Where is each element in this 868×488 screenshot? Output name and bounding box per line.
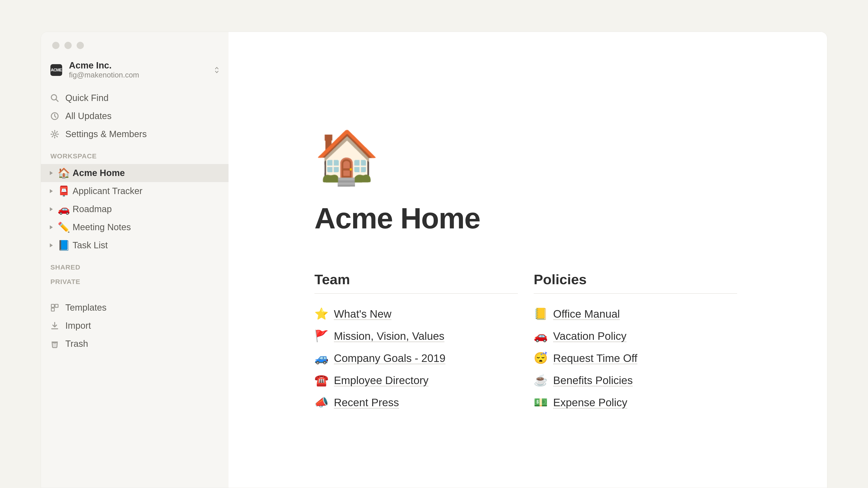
svg-line-1 bbox=[56, 99, 58, 101]
page-columns: Team⭐What's New🚩Mission, Vision, Values🚙… bbox=[314, 271, 827, 414]
gear-icon bbox=[50, 129, 59, 139]
column-heading: Policies bbox=[534, 271, 737, 294]
main-content: 🏠 Acme Home Team⭐What's New🚩Mission, Vis… bbox=[228, 32, 827, 488]
page-link[interactable]: ⭐What's New bbox=[314, 303, 518, 325]
workspace-name: Acme Inc. bbox=[69, 60, 214, 70]
import-button[interactable]: Import bbox=[41, 317, 228, 335]
page-link[interactable]: 🚙Company Goals - 2019 bbox=[314, 347, 518, 369]
disclosure-triangle-icon[interactable] bbox=[48, 189, 55, 194]
shared-section-header: SHARED bbox=[41, 254, 228, 275]
settings-label: Settings & Members bbox=[65, 129, 147, 139]
sidebar-page-item[interactable]: 📘Task List bbox=[41, 236, 228, 254]
page-content: 🏠 Acme Home Team⭐What's New🚩Mission, Vis… bbox=[228, 32, 827, 414]
link-emoji-icon: 🚗 bbox=[534, 329, 548, 343]
page-link[interactable]: 🚩Mission, Vision, Values bbox=[314, 325, 518, 347]
page-label: Task List bbox=[72, 240, 224, 250]
page-link[interactable]: 💵Expense Policy bbox=[534, 391, 737, 414]
link-emoji-icon: 📒 bbox=[534, 307, 548, 320]
templates-icon bbox=[50, 303, 59, 313]
page-emoji-icon: 📮 bbox=[58, 185, 70, 197]
link-emoji-icon: ☕ bbox=[534, 374, 548, 387]
link-label: Mission, Vision, Values bbox=[334, 330, 444, 342]
sidebar-page-item[interactable]: 📮Applicant Tracker bbox=[41, 182, 228, 200]
all-updates-label: All Updates bbox=[65, 111, 112, 121]
trash-label: Trash bbox=[65, 339, 88, 349]
link-label: Recent Press bbox=[334, 396, 399, 409]
pages-list: 🏠Acme Home📮Applicant Tracker🚗Roadmap✏️Me… bbox=[41, 164, 228, 254]
zoom-window-button[interactable] bbox=[76, 42, 84, 49]
sidebar-page-item[interactable]: ✏️Meeting Notes bbox=[41, 218, 228, 236]
workspace-section-header: WORKSPACE bbox=[41, 143, 228, 164]
link-emoji-icon: 🚩 bbox=[314, 329, 329, 343]
link-label: Request Time Off bbox=[553, 352, 638, 364]
page-link[interactable]: ☎️Employee Directory bbox=[314, 369, 518, 391]
search-icon bbox=[50, 93, 59, 103]
link-label: What's New bbox=[334, 308, 392, 320]
all-updates-button[interactable]: All Updates bbox=[41, 107, 228, 125]
page-emoji-icon: 🚗 bbox=[58, 203, 70, 215]
column-heading: Team bbox=[314, 271, 518, 294]
minimize-window-button[interactable] bbox=[64, 42, 72, 49]
page-column: Team⭐What's New🚩Mission, Vision, Values🚙… bbox=[314, 271, 518, 414]
page-title[interactable]: Acme Home bbox=[314, 201, 827, 235]
link-emoji-icon: 🚙 bbox=[314, 352, 329, 365]
disclosure-triangle-icon[interactable] bbox=[48, 207, 55, 212]
app-window: ACME Acme Inc. fig@makenotion.com Quick … bbox=[41, 32, 827, 488]
settings-members-button[interactable]: Settings & Members bbox=[41, 125, 228, 143]
sidebar: ACME Acme Inc. fig@makenotion.com Quick … bbox=[41, 32, 228, 488]
page-link[interactable]: ☕Benefits Policies bbox=[534, 369, 737, 391]
svg-rect-4 bbox=[51, 304, 54, 307]
link-emoji-icon: ☎️ bbox=[314, 374, 329, 387]
page-emoji-icon: 🏠 bbox=[58, 167, 70, 179]
link-label: Employee Directory bbox=[334, 374, 429, 387]
link-emoji-icon: 📣 bbox=[314, 396, 329, 409]
page-link[interactable]: 🚗Vacation Policy bbox=[534, 325, 737, 347]
import-label: Import bbox=[65, 321, 91, 331]
link-label: Benefits Policies bbox=[553, 374, 633, 387]
download-icon bbox=[50, 321, 59, 330]
page-link[interactable]: 📒Office Manual bbox=[534, 303, 737, 325]
link-label: Company Goals - 2019 bbox=[334, 352, 445, 364]
page-label: Applicant Tracker bbox=[72, 186, 224, 196]
link-emoji-icon: ⭐ bbox=[314, 307, 329, 320]
link-emoji-icon: 😴 bbox=[534, 352, 548, 365]
page-link[interactable]: 📣Recent Press bbox=[314, 391, 518, 414]
page-emoji-icon: ✏️ bbox=[58, 221, 70, 233]
page-label: Meeting Notes bbox=[72, 222, 224, 232]
workspace-logo: ACME bbox=[51, 64, 62, 76]
page-link[interactable]: 😴Request Time Off bbox=[534, 347, 737, 369]
quick-find-button[interactable]: Quick Find bbox=[41, 89, 228, 107]
sidebar-bottom-nav: Templates Import Trash bbox=[41, 290, 228, 353]
svg-point-3 bbox=[53, 133, 56, 135]
svg-rect-6 bbox=[51, 308, 54, 311]
svg-rect-5 bbox=[55, 304, 58, 307]
link-label: Expense Policy bbox=[553, 396, 627, 409]
page-label: Roadmap bbox=[72, 204, 224, 214]
window-controls bbox=[41, 39, 228, 60]
disclosure-triangle-icon[interactable] bbox=[48, 225, 55, 230]
disclosure-triangle-icon[interactable] bbox=[48, 170, 55, 175]
workspace-switcher[interactable]: ACME Acme Inc. fig@makenotion.com bbox=[41, 60, 228, 89]
sidebar-page-item[interactable]: 🏠Acme Home bbox=[41, 164, 228, 182]
clock-icon bbox=[50, 111, 59, 121]
page-column: Policies📒Office Manual🚗Vacation Policy😴R… bbox=[534, 271, 737, 414]
workspace-email: fig@makenotion.com bbox=[69, 70, 214, 80]
templates-button[interactable]: Templates bbox=[41, 299, 228, 317]
chevron-up-down-icon bbox=[214, 66, 219, 74]
page-emoji-icon: 📘 bbox=[58, 239, 70, 251]
quick-find-label: Quick Find bbox=[65, 93, 108, 103]
close-window-button[interactable] bbox=[52, 42, 59, 49]
trash-button[interactable]: Trash bbox=[41, 335, 228, 353]
link-label: Vacation Policy bbox=[553, 330, 627, 342]
disclosure-triangle-icon[interactable] bbox=[48, 243, 55, 248]
templates-label: Templates bbox=[65, 302, 106, 313]
link-label: Office Manual bbox=[553, 308, 620, 320]
private-section-header: PRIVATE bbox=[41, 275, 228, 290]
trash-icon bbox=[50, 339, 59, 349]
sidebar-page-item[interactable]: 🚗Roadmap bbox=[41, 200, 228, 218]
link-emoji-icon: 💵 bbox=[534, 396, 548, 409]
page-icon[interactable]: 🏠 bbox=[314, 131, 827, 183]
page-label: Acme Home bbox=[72, 168, 224, 178]
workspace-info: Acme Inc. fig@makenotion.com bbox=[69, 60, 214, 80]
